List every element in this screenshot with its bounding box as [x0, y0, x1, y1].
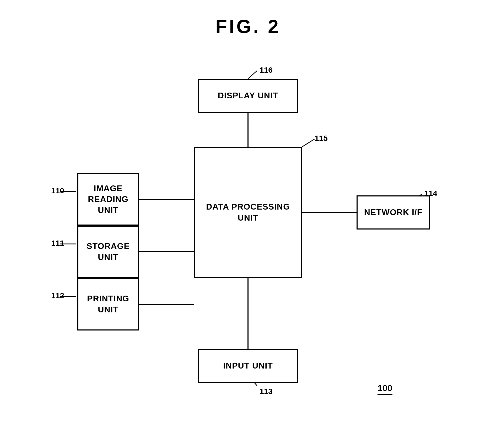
overall-label: 100: [378, 383, 392, 395]
printing-unit-label: PRINTING UNIT: [78, 293, 138, 315]
data-processing-unit-box: DATA PROCESSING UNIT: [194, 147, 302, 278]
display-unit-box: DISPLAY UNIT: [198, 79, 298, 113]
display-unit-label: DISPLAY UNIT: [218, 90, 278, 101]
input-unit-label: INPUT UNIT: [223, 360, 273, 371]
svg-line-9: [302, 139, 315, 147]
svg-line-11: [248, 71, 257, 79]
input-unit-box: INPUT UNIT: [198, 349, 298, 383]
image-reading-unit-box: IMAGE READING UNIT: [77, 173, 139, 226]
label-116: 116: [260, 66, 273, 74]
figure-title: FIG. 2: [215, 16, 281, 37]
network-if-label: NETWORK I/F: [364, 207, 423, 218]
storage-unit-label: STORAGE UNIT: [78, 241, 138, 263]
printing-unit-box: PRINTING UNIT: [77, 278, 139, 330]
label-113: 113: [260, 387, 273, 396]
storage-unit-box: STORAGE UNIT: [77, 226, 139, 278]
overall-label-container: 100: [378, 383, 392, 395]
label-110: 110: [51, 186, 64, 195]
label-111: 111: [51, 239, 64, 248]
image-reading-unit-label: IMAGE READING UNIT: [78, 183, 138, 216]
data-processing-unit-label: DATA PROCESSING UNIT: [206, 201, 290, 223]
label-112: 112: [51, 291, 64, 300]
label-115: 115: [315, 134, 328, 143]
diagram: FIG. 2 DISPLAY UNIT: [0, 0, 496, 448]
network-if-box: NETWORK I/F: [357, 195, 430, 230]
label-114: 114: [424, 189, 437, 198]
